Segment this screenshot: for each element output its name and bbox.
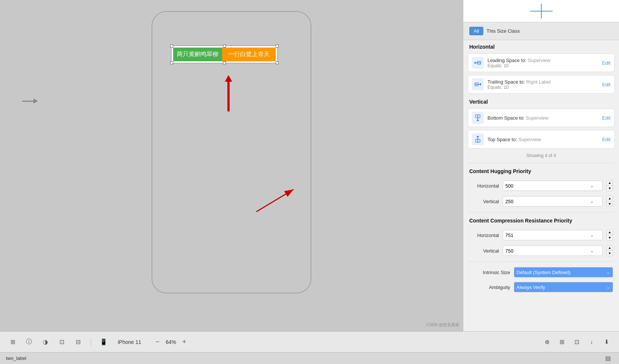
arrow-up — [225, 75, 232, 111]
label-left[interactable]: 两只黄鹂鸣翠柳 — [173, 48, 222, 61]
bottom-label: Bottom Space to: — [487, 115, 525, 121]
leading-space-icon — [472, 57, 484, 69]
trailing-edit-btn[interactable]: Edit — [602, 82, 610, 87]
ccrp-horizontal-label: Horizontal — [469, 233, 499, 238]
watermark: CSDN @想名真难 — [426, 322, 459, 328]
ch-horizontal-stepper-up[interactable]: ▲ — [607, 181, 613, 186]
constraint-row-bottom[interactable]: Bottom Space to: Superview Edit — [468, 108, 615, 127]
iphone-frame: 两只黄鹂鸣翠柳 一行白鹭上青天 — [152, 11, 311, 293]
ccrp-horizontal-stepper[interactable]: ▲ ▼ — [606, 230, 613, 241]
constraint-row-leading[interactable]: Leading Space to: Superview Equals: 10 E… — [468, 53, 615, 72]
intrinsic-size-select[interactable]: Default (System Defined) — [514, 267, 613, 277]
arrow-right-outside — [22, 98, 38, 104]
toolbar-icon-layers[interactable]: ⊞ — [7, 337, 18, 347]
ambiguity-select[interactable]: Always Verify — [514, 282, 613, 292]
trailing-label: Trailing Space to: — [487, 79, 525, 85]
toolbar-device-label: iPhone 11 — [118, 339, 141, 345]
selection-handle — [223, 45, 226, 48]
ccrp-horizontal-stepper-down[interactable]: ▼ — [607, 235, 613, 240]
toolbar-icon-align[interactable]: ⊕ — [542, 337, 552, 347]
content-hugging-title: Content Hugging Priority — [463, 165, 619, 176]
zoom-out-btn[interactable]: − — [153, 338, 162, 347]
constraint-text-trailing: Trailing Space to: Right Label Equals: 1… — [487, 79, 599, 90]
ccrp-section: Horizontal 751 ▲ ▼ Vertical 750 — [463, 226, 619, 260]
constraint-text-leading: Leading Space to: Superview Equals: 10 — [487, 58, 599, 68]
ch-horizontal-label: Horizontal — [469, 183, 499, 189]
zoom-value: 64% — [164, 339, 178, 345]
constraint-row-top[interactable]: Top Space to: Superview Edit — [468, 130, 615, 149]
svg-rect-2 — [474, 62, 476, 64]
red-arrow-diagonal — [253, 186, 297, 215]
top-space-icon — [472, 133, 484, 145]
ccrp-vertical-stepper[interactable]: ▲ ▼ — [606, 245, 613, 256]
ccrp-horizontal-select-wrapper: 751 — [503, 230, 603, 240]
toolbar-icon-split[interactable]: ⊟ — [73, 337, 83, 347]
ch-horizontal-row: Horizontal 500 ▲ ▼ — [463, 178, 619, 194]
ch-vertical-row: Vertical 250 ▲ ▼ — [463, 194, 619, 209]
toolbar-icon-device[interactable]: 📱 — [98, 337, 109, 347]
ch-vertical-stepper-down[interactable]: ▼ — [607, 201, 613, 207]
ccrp-vertical-select[interactable]: 750 — [503, 246, 603, 256]
ch-horizontal-select[interactable]: 500 — [503, 181, 603, 191]
leading-edit-btn[interactable]: Edit — [602, 60, 610, 66]
bottom-edit-btn[interactable]: Edit — [602, 115, 610, 121]
toolbar-icon-fit[interactable]: ⊞ — [557, 337, 567, 347]
leading-equals: Equals: — [487, 63, 502, 68]
trailing-equals-value: 10 — [503, 85, 508, 90]
intrinsic-size-select-wrapper: Default (System Defined) ⌄ — [514, 267, 613, 277]
ccrp-horizontal-stepper-up[interactable]: ▲ — [607, 230, 613, 235]
ch-vertical-stepper[interactable]: ▲ ▼ — [606, 196, 613, 207]
ccrp-vertical-stepper-down[interactable]: ▼ — [607, 251, 613, 256]
toolbar-icon-resize2[interactable]: ⊡ — [571, 337, 582, 347]
top-label: Top Space to: — [487, 137, 517, 142]
canvas-area: 两只黄鹂鸣翠柳 一行白鹭上青天 CSDN @想名真难 — [0, 0, 463, 331]
status-bar-icon[interactable]: ▤ — [603, 353, 613, 364]
ambiguity-label: Ambiguity — [469, 285, 510, 290]
label-right[interactable]: 一行白鹭上青天 — [222, 48, 276, 61]
ch-horizontal-stepper[interactable]: ▲ ▼ — [606, 180, 613, 191]
label-container[interactable]: 两只黄鹂鸣翠柳 一行白鹭上青天 — [171, 45, 278, 64]
ch-vertical-select[interactable]: 250 — [503, 196, 603, 207]
ch-horizontal-stepper-down[interactable]: ▼ — [607, 186, 613, 191]
selection-handle — [170, 61, 173, 64]
ch-vertical-stepper-up[interactable]: ▲ — [607, 196, 613, 201]
bottom-space-icon — [472, 112, 484, 124]
intrinsic-size-row: Intrinsic Size Default (System Defined) … — [463, 265, 619, 280]
ccrp-title: Content Compression Resistance Priority — [463, 214, 619, 226]
trailing-equals: Equals: — [487, 85, 502, 90]
size-class-header: All This Size Class — [463, 22, 619, 40]
toolbar-zoom: − 64% + — [153, 338, 189, 347]
size-class-cross — [530, 4, 552, 19]
toolbar-icon-contrast[interactable]: ◑ — [40, 337, 51, 347]
bottom-section: Intrinsic Size Default (System Defined) … — [463, 263, 619, 296]
btn-all[interactable]: All — [469, 27, 483, 35]
toolbar-icon-resize[interactable]: ⊡ — [56, 337, 67, 347]
ambiguity-select-wrapper: Always Verify ⌄ — [514, 282, 613, 292]
top-value-label: Superview — [518, 137, 541, 142]
ccrp-horizontal-select[interactable]: 751 — [503, 230, 603, 240]
toolbar-icon-embed[interactable]: ↓ — [586, 337, 597, 347]
btn-this-size-class[interactable]: This Size Class — [486, 28, 520, 34]
bottom-value-label: Superview — [526, 115, 548, 121]
constraint-row-trailing[interactable]: Trailing Space to: Right Label Equals: 1… — [468, 75, 615, 94]
top-edit-btn[interactable]: Edit — [602, 137, 610, 142]
svg-rect-11 — [477, 136, 479, 137]
toolbar-icon-info[interactable]: ⓘ — [24, 337, 34, 347]
ch-horizontal-select-wrapper: 500 — [503, 181, 603, 191]
ccrp-vertical-label: Vertical — [469, 248, 499, 254]
ccrp-vertical-stepper-up[interactable]: ▲ — [607, 246, 613, 251]
toolbar-icon-download[interactable]: ⬇ — [601, 337, 612, 347]
zoom-in-btn[interactable]: + — [180, 338, 189, 347]
status-label: two_label — [6, 355, 26, 361]
selection-handle — [170, 45, 173, 48]
selection-handle — [223, 61, 226, 64]
svg-rect-5 — [480, 83, 481, 85]
iphone-screen: 两只黄鹂鸣翠柳 一行白鹭上青天 — [152, 12, 311, 293]
constraint-text-bottom: Bottom Space to: Superview — [487, 115, 599, 121]
vertical-section-title: Vertical — [463, 95, 619, 107]
trailing-space-icon — [472, 78, 484, 90]
ccrp-vertical-select-wrapper: 750 — [503, 246, 603, 256]
intrinsic-size-label: Intrinsic Size — [469, 270, 510, 275]
ch-vertical-select-wrapper: 250 — [503, 196, 603, 207]
trailing-value-label: Right Label — [526, 79, 551, 85]
